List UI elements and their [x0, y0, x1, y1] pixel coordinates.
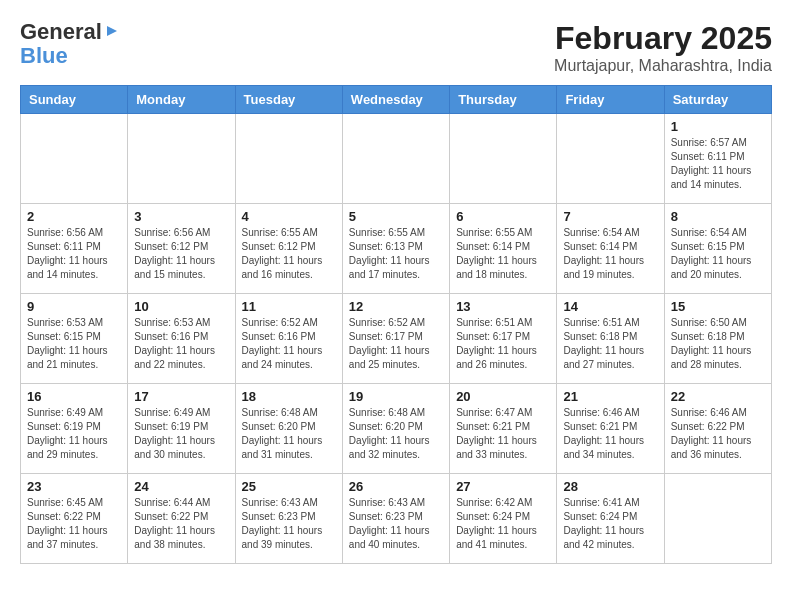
location-title: Murtajapur, Maharashtra, India: [554, 57, 772, 75]
calendar-cell: [557, 114, 664, 204]
cell-info: Sunrise: 6:56 AM Sunset: 6:11 PM Dayligh…: [27, 226, 121, 282]
day-number: 19: [349, 389, 443, 404]
cell-info: Sunrise: 6:50 AM Sunset: 6:18 PM Dayligh…: [671, 316, 765, 372]
day-number: 12: [349, 299, 443, 314]
calendar-cell: 26Sunrise: 6:43 AM Sunset: 6:23 PM Dayli…: [342, 474, 449, 564]
page-container: General Blue February 2025 Murtajapur, M…: [20, 20, 772, 564]
calendar-cell: 22Sunrise: 6:46 AM Sunset: 6:22 PM Dayli…: [664, 384, 771, 474]
calendar-cell: 11Sunrise: 6:52 AM Sunset: 6:16 PM Dayli…: [235, 294, 342, 384]
calendar-cell: 18Sunrise: 6:48 AM Sunset: 6:20 PM Dayli…: [235, 384, 342, 474]
header-sunday: Sunday: [21, 86, 128, 114]
cell-info: Sunrise: 6:55 AM Sunset: 6:12 PM Dayligh…: [242, 226, 336, 282]
day-number: 24: [134, 479, 228, 494]
day-number: 9: [27, 299, 121, 314]
header-monday: Monday: [128, 86, 235, 114]
cell-info: Sunrise: 6:48 AM Sunset: 6:20 PM Dayligh…: [349, 406, 443, 462]
svg-marker-0: [107, 26, 117, 36]
cell-info: Sunrise: 6:43 AM Sunset: 6:23 PM Dayligh…: [242, 496, 336, 552]
calendar-cell: 13Sunrise: 6:51 AM Sunset: 6:17 PM Dayli…: [450, 294, 557, 384]
logo-general-text: General: [20, 20, 102, 44]
calendar-cell: [342, 114, 449, 204]
calendar-cell: 14Sunrise: 6:51 AM Sunset: 6:18 PM Dayli…: [557, 294, 664, 384]
header: General Blue February 2025 Murtajapur, M…: [20, 20, 772, 75]
calendar-week-3: 9Sunrise: 6:53 AM Sunset: 6:15 PM Daylig…: [21, 294, 772, 384]
calendar-cell: 28Sunrise: 6:41 AM Sunset: 6:24 PM Dayli…: [557, 474, 664, 564]
day-number: 23: [27, 479, 121, 494]
calendar-cell: 7Sunrise: 6:54 AM Sunset: 6:14 PM Daylig…: [557, 204, 664, 294]
calendar-cell: 19Sunrise: 6:48 AM Sunset: 6:20 PM Dayli…: [342, 384, 449, 474]
cell-info: Sunrise: 6:49 AM Sunset: 6:19 PM Dayligh…: [27, 406, 121, 462]
calendar-cell: 3Sunrise: 6:56 AM Sunset: 6:12 PM Daylig…: [128, 204, 235, 294]
header-tuesday: Tuesday: [235, 86, 342, 114]
logo: General Blue: [20, 20, 121, 68]
calendar-cell: 12Sunrise: 6:52 AM Sunset: 6:17 PM Dayli…: [342, 294, 449, 384]
header-friday: Friday: [557, 86, 664, 114]
calendar-cell: 23Sunrise: 6:45 AM Sunset: 6:22 PM Dayli…: [21, 474, 128, 564]
logo-blue-text: Blue: [20, 44, 68, 68]
day-number: 14: [563, 299, 657, 314]
calendar-cell: 24Sunrise: 6:44 AM Sunset: 6:22 PM Dayli…: [128, 474, 235, 564]
cell-info: Sunrise: 6:45 AM Sunset: 6:22 PM Dayligh…: [27, 496, 121, 552]
cell-info: Sunrise: 6:57 AM Sunset: 6:11 PM Dayligh…: [671, 136, 765, 192]
cell-info: Sunrise: 6:44 AM Sunset: 6:22 PM Dayligh…: [134, 496, 228, 552]
calendar-cell: [128, 114, 235, 204]
calendar-week-5: 23Sunrise: 6:45 AM Sunset: 6:22 PM Dayli…: [21, 474, 772, 564]
day-number: 25: [242, 479, 336, 494]
calendar-cell: 21Sunrise: 6:46 AM Sunset: 6:21 PM Dayli…: [557, 384, 664, 474]
calendar-cell: 8Sunrise: 6:54 AM Sunset: 6:15 PM Daylig…: [664, 204, 771, 294]
header-saturday: Saturday: [664, 86, 771, 114]
calendar-cell: 5Sunrise: 6:55 AM Sunset: 6:13 PM Daylig…: [342, 204, 449, 294]
cell-info: Sunrise: 6:42 AM Sunset: 6:24 PM Dayligh…: [456, 496, 550, 552]
day-number: 7: [563, 209, 657, 224]
calendar-cell: 17Sunrise: 6:49 AM Sunset: 6:19 PM Dayli…: [128, 384, 235, 474]
calendar-cell: 16Sunrise: 6:49 AM Sunset: 6:19 PM Dayli…: [21, 384, 128, 474]
cell-info: Sunrise: 6:46 AM Sunset: 6:22 PM Dayligh…: [671, 406, 765, 462]
cell-info: Sunrise: 6:51 AM Sunset: 6:17 PM Dayligh…: [456, 316, 550, 372]
day-number: 3: [134, 209, 228, 224]
calendar-week-4: 16Sunrise: 6:49 AM Sunset: 6:19 PM Dayli…: [21, 384, 772, 474]
header-row: Sunday Monday Tuesday Wednesday Thursday…: [21, 86, 772, 114]
cell-info: Sunrise: 6:46 AM Sunset: 6:21 PM Dayligh…: [563, 406, 657, 462]
cell-info: Sunrise: 6:53 AM Sunset: 6:15 PM Dayligh…: [27, 316, 121, 372]
cell-info: Sunrise: 6:54 AM Sunset: 6:15 PM Dayligh…: [671, 226, 765, 282]
calendar-cell: [450, 114, 557, 204]
calendar-cell: 9Sunrise: 6:53 AM Sunset: 6:15 PM Daylig…: [21, 294, 128, 384]
calendar-cell: [21, 114, 128, 204]
day-number: 28: [563, 479, 657, 494]
cell-info: Sunrise: 6:52 AM Sunset: 6:16 PM Dayligh…: [242, 316, 336, 372]
logo-arrow-icon: [103, 22, 121, 40]
day-number: 18: [242, 389, 336, 404]
day-number: 13: [456, 299, 550, 314]
title-section: February 2025 Murtajapur, Maharashtra, I…: [554, 20, 772, 75]
calendar-cell: 27Sunrise: 6:42 AM Sunset: 6:24 PM Dayli…: [450, 474, 557, 564]
calendar-cell: 10Sunrise: 6:53 AM Sunset: 6:16 PM Dayli…: [128, 294, 235, 384]
day-number: 2: [27, 209, 121, 224]
day-number: 16: [27, 389, 121, 404]
header-wednesday: Wednesday: [342, 86, 449, 114]
calendar-cell: [235, 114, 342, 204]
day-number: 6: [456, 209, 550, 224]
cell-info: Sunrise: 6:56 AM Sunset: 6:12 PM Dayligh…: [134, 226, 228, 282]
cell-info: Sunrise: 6:47 AM Sunset: 6:21 PM Dayligh…: [456, 406, 550, 462]
calendar-cell: 15Sunrise: 6:50 AM Sunset: 6:18 PM Dayli…: [664, 294, 771, 384]
month-title: February 2025: [554, 20, 772, 57]
cell-info: Sunrise: 6:48 AM Sunset: 6:20 PM Dayligh…: [242, 406, 336, 462]
day-number: 15: [671, 299, 765, 314]
cell-info: Sunrise: 6:51 AM Sunset: 6:18 PM Dayligh…: [563, 316, 657, 372]
calendar-cell: 6Sunrise: 6:55 AM Sunset: 6:14 PM Daylig…: [450, 204, 557, 294]
calendar-cell: 4Sunrise: 6:55 AM Sunset: 6:12 PM Daylig…: [235, 204, 342, 294]
cell-info: Sunrise: 6:52 AM Sunset: 6:17 PM Dayligh…: [349, 316, 443, 372]
calendar-table: Sunday Monday Tuesday Wednesday Thursday…: [20, 85, 772, 564]
day-number: 10: [134, 299, 228, 314]
calendar-cell: 1Sunrise: 6:57 AM Sunset: 6:11 PM Daylig…: [664, 114, 771, 204]
cell-info: Sunrise: 6:53 AM Sunset: 6:16 PM Dayligh…: [134, 316, 228, 372]
calendar-week-2: 2Sunrise: 6:56 AM Sunset: 6:11 PM Daylig…: [21, 204, 772, 294]
day-number: 4: [242, 209, 336, 224]
day-number: 26: [349, 479, 443, 494]
cell-info: Sunrise: 6:54 AM Sunset: 6:14 PM Dayligh…: [563, 226, 657, 282]
day-number: 1: [671, 119, 765, 134]
day-number: 11: [242, 299, 336, 314]
day-number: 22: [671, 389, 765, 404]
cell-info: Sunrise: 6:43 AM Sunset: 6:23 PM Dayligh…: [349, 496, 443, 552]
cell-info: Sunrise: 6:55 AM Sunset: 6:13 PM Dayligh…: [349, 226, 443, 282]
